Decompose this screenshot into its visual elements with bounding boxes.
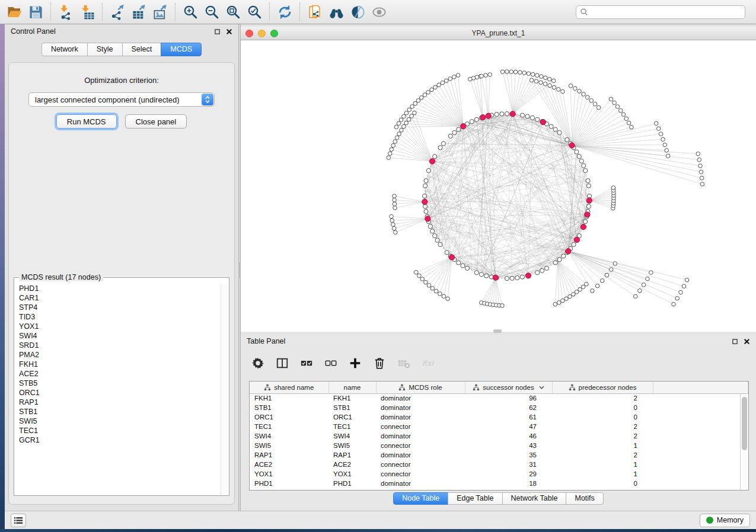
ring-node[interactable] [426,168,430,172]
leaf-node[interactable] [420,96,424,100]
leaf-node[interactable] [402,114,406,118]
leaf-node[interactable] [391,223,395,227]
leaf-node[interactable] [410,105,414,109]
leaf-node[interactable] [434,289,438,293]
leaf-node[interactable] [509,70,513,74]
ring-node[interactable] [575,150,579,154]
leaf-node[interactable] [505,70,509,74]
leaf-node[interactable] [390,214,394,219]
import-table-button[interactable] [76,2,98,22]
mcds-hub-node[interactable] [566,248,571,254]
ring-node[interactable] [428,225,432,229]
ring-node[interactable] [424,178,428,182]
leaf-node[interactable] [596,105,601,110]
mcds-result-item[interactable]: PHD1 [15,284,221,293]
leaf-node[interactable] [399,118,403,122]
leaf-node[interactable] [456,73,460,78]
tab-mcds[interactable]: MCDS [161,43,202,56]
ring-node[interactable] [438,146,442,150]
mcds-hub-node[interactable] [569,143,575,148]
ring-node[interactable] [433,154,437,158]
leaf-node[interactable] [488,73,492,77]
leaf-node[interactable] [468,77,473,81]
leaf-node[interactable] [416,98,420,102]
leaf-node[interactable] [661,137,665,142]
leaf-node[interactable] [527,72,531,76]
ring-node[interactable] [495,113,499,117]
leaf-node[interactable] [390,219,394,223]
tab-network-table[interactable]: Network Table [502,492,567,505]
leaf-node[interactable] [395,136,399,140]
leaf-node[interactable] [697,158,701,162]
mcds-result-item[interactable]: FKH1 [15,360,221,369]
mcds-result-item[interactable]: STB5 [15,379,221,388]
leaf-node[interactable] [543,82,547,86]
network-titlebar[interactable]: YPA_prune.txt_1 [241,27,756,40]
ring-node[interactable] [572,242,576,246]
import-network-button[interactable] [55,2,76,22]
mcds-hub-node[interactable] [525,273,531,278]
close-mcds-panel-button[interactable]: Close panel [125,114,187,129]
ring-node[interactable] [553,127,557,132]
leaf-node[interactable] [391,143,395,148]
leaf-node[interactable] [445,79,449,83]
leaf-node[interactable] [649,271,653,275]
leaf-node[interactable] [393,140,397,144]
ring-node[interactable] [423,204,428,209]
leaf-node[interactable] [593,102,597,106]
ring-node[interactable] [422,194,426,198]
memory-button[interactable]: Memory [700,514,750,527]
leaf-node[interactable] [591,289,595,293]
leaf-node[interactable] [569,84,573,88]
table-row[interactable]: RAP1RAP1dominator352 [250,450,748,460]
leaf-node[interactable] [404,111,409,116]
leaf-node[interactable] [578,287,582,291]
column-header-shared-name[interactable]: shared name [250,382,328,393]
ring-node[interactable] [457,127,461,132]
mcds-hub-node[interactable] [493,275,498,280]
mcds-hub-node[interactable] [586,198,592,203]
mcds-hub-node[interactable] [580,225,586,230]
leaf-node[interactable] [540,75,544,79]
leaf-node[interactable] [392,226,396,230]
search-input[interactable] [591,8,741,16]
ring-node[interactable] [553,261,557,265]
leaf-node[interactable] [659,132,663,136]
ring-node[interactable] [505,276,509,280]
leaf-node[interactable] [426,90,430,94]
leaf-node[interactable] [484,73,488,78]
mcds-result-item[interactable]: SWI4 [15,331,221,341]
tab-edge-table[interactable]: Edge Table [448,492,502,505]
table-row[interactable]: TEC1TEC1connector472 [250,422,748,431]
mcds-hub-node[interactable] [425,216,430,222]
column-header-mcds-role[interactable]: MCDS role [376,382,465,393]
ring-node[interactable] [479,273,483,277]
leaf-node[interactable] [682,284,686,289]
leaf-node[interactable] [430,88,434,92]
export-network-button[interactable] [107,2,128,22]
tab-network[interactable]: Network [42,43,88,56]
leaf-node[interactable] [407,108,412,112]
ring-node[interactable] [448,134,452,138]
mcds-hub-node[interactable] [510,111,515,117]
leaf-node[interactable] [572,293,576,297]
leaf-node[interactable] [601,278,605,283]
leaf-node[interactable] [402,124,406,129]
leaf-node[interactable] [585,282,589,286]
leaf-node[interactable] [666,154,670,158]
mcds-result-item[interactable]: ORC1 [15,388,221,398]
leaf-node[interactable] [407,117,411,121]
leaf-node[interactable] [452,75,457,79]
ring-node[interactable] [430,229,435,233]
mcds-hub-node[interactable] [429,159,435,164]
leaf-node[interactable] [700,182,704,187]
ring-node[interactable] [465,266,469,270]
table-row[interactable]: YOX1YOX1connector291 [250,469,748,479]
split-panel-button[interactable] [276,357,289,370]
leaf-node[interactable] [633,294,637,299]
mcds-hub-node[interactable] [461,124,466,129]
leaf-node[interactable] [437,83,441,87]
float-window-button[interactable] [214,28,221,35]
close-window-icon[interactable] [245,30,253,37]
ring-node[interactable] [435,238,439,242]
